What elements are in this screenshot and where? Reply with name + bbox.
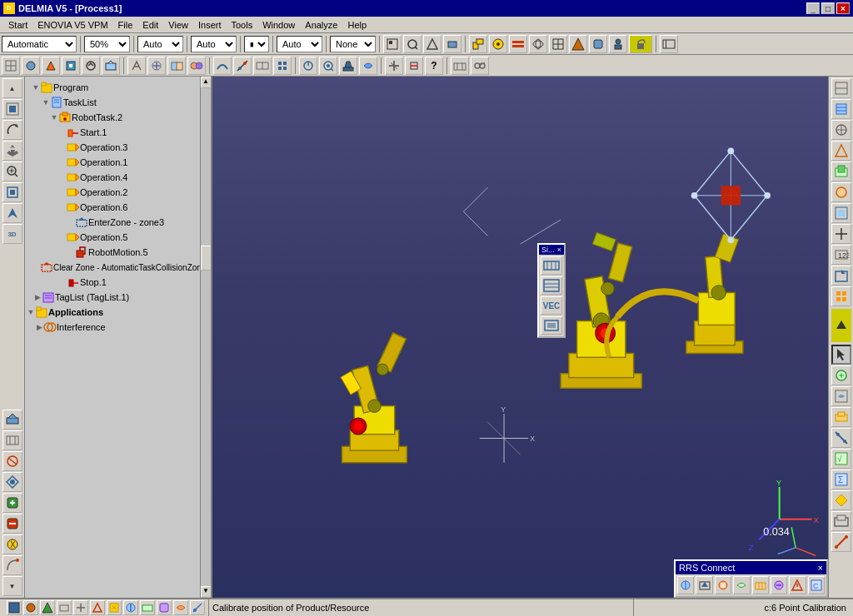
tb2-19[interactable] [385, 57, 403, 75]
tb2-17[interactable] [339, 57, 357, 75]
lt-fit[interactable] [2, 182, 22, 202]
tb2-5[interactable] [82, 57, 100, 75]
rt-5[interactable] [831, 161, 851, 181]
tb2-7[interactable] [127, 57, 146, 75]
status-icon-7[interactable] [107, 600, 122, 615]
menu-view[interactable]: View [163, 19, 193, 31]
tree-item-taglist[interactable]: ▶ TagList (TagList.1) [25, 290, 211, 305]
rrs-icon-1[interactable] [677, 576, 694, 594]
rt-19[interactable] [831, 511, 851, 531]
tb2-2[interactable] [22, 57, 40, 75]
tb-lock-btn[interactable] [629, 35, 652, 53]
lt-scroll-up[interactable]: ▲ [2, 78, 22, 98]
tb2-12[interactable] [233, 57, 252, 75]
tree-item-tasklist[interactable]: ▼ TaskList [25, 95, 211, 110]
minimize-btn[interactable]: _ [806, 2, 820, 14]
tb2-16[interactable] [319, 57, 337, 75]
lt-scroll-down[interactable]: ▼ [2, 576, 22, 596]
auto-select1[interactable]: Auto [137, 36, 183, 52]
tree-item-interference[interactable]: ▶ Interference [25, 320, 211, 335]
lt-lower-8[interactable] [2, 555, 22, 575]
tree-item-op3[interactable]: Operation.3 [25, 140, 211, 155]
rt-4[interactable] [831, 141, 851, 161]
lt-lower-5[interactable] [2, 493, 22, 513]
tb-icon-2[interactable] [403, 35, 422, 53]
rt-cursor[interactable] [831, 345, 851, 365]
tb2-6[interactable] [102, 57, 120, 75]
menu-window[interactable]: Window [257, 19, 300, 31]
status-icon-3[interactable] [40, 600, 55, 615]
dlg-btn-1[interactable] [541, 256, 562, 275]
rt-7[interactable] [831, 203, 851, 223]
status-icon-5[interactable] [73, 600, 88, 615]
expand-tasklist[interactable]: ▼ [42, 98, 50, 107]
lt-pan[interactable] [2, 141, 22, 161]
rt-8[interactable] [831, 224, 851, 244]
menu-analyze[interactable]: Analyze [300, 19, 342, 31]
status-icon-8[interactable] [123, 600, 138, 615]
tb2-8[interactable] [147, 57, 166, 75]
menu-enovia[interactable]: ENOVIA V5 VPM [32, 19, 112, 31]
dlg-btn-2[interactable] [541, 276, 562, 295]
tb2-21[interactable] [451, 57, 469, 75]
rt-11[interactable] [831, 286, 851, 306]
tb-icon-3[interactable] [423, 35, 441, 53]
lt-rotate[interactable] [2, 120, 22, 140]
rt-9[interactable]: 123 [831, 245, 851, 265]
tb2-3[interactable] [42, 57, 60, 75]
rrs-icon-8[interactable]: C [808, 576, 825, 594]
tree-item-stop1[interactable]: Stop.1 [25, 275, 211, 290]
tb2-14[interactable] [273, 57, 292, 75]
float-dialog-close[interactable]: × [557, 246, 561, 254]
lt-zoom[interactable] [2, 161, 22, 181]
tb-robot-icon-7[interactable] [589, 35, 607, 53]
tb-robot-icon-5[interactable] [549, 35, 567, 53]
lt-lower-7[interactable]: X [2, 534, 22, 554]
tb-robot-icon-3[interactable] [509, 35, 527, 53]
lt-3d[interactable]: 3D [2, 224, 22, 244]
vscroll-thumb[interactable] [201, 246, 212, 271]
status-icon-9[interactable] [140, 600, 155, 615]
status-icon-1[interactable] [7, 600, 22, 615]
tb2-question[interactable]: ? [425, 57, 443, 75]
rt-18[interactable] [831, 490, 851, 510]
tree-item-applications[interactable]: ▼ Applications [25, 305, 211, 320]
lt-lower-1[interactable] [2, 410, 22, 430]
status-icon-11[interactable] [173, 600, 188, 615]
rrs-icon-7[interactable] [789, 576, 806, 594]
rrs-icon-4[interactable] [733, 576, 750, 594]
rt-17[interactable]: Σ [831, 469, 851, 489]
tree-item-op4[interactable]: Operation.4 [25, 170, 211, 185]
tb-robot-icon-6[interactable] [569, 35, 587, 53]
tb2-13[interactable] [253, 57, 272, 75]
menu-help[interactable]: Help [342, 19, 372, 31]
status-icon-12[interactable] [190, 600, 205, 615]
shape-select[interactable]: ■ [244, 36, 269, 52]
tb2-9[interactable] [167, 57, 186, 75]
expand-taglist[interactable]: ▶ [33, 293, 42, 301]
tree-item-enterzone[interactable]: EnterZone - zone3 [25, 215, 211, 230]
tb-robot-icon-8[interactable] [609, 35, 627, 53]
tb-robot-icon-1[interactable] [469, 35, 487, 53]
tree-item-clearzone[interactable]: Clear Zone - AutomaticTaskCollisionZone2 [25, 260, 211, 275]
rrs-icon-5[interactable] [752, 576, 769, 594]
maximize-btn[interactable]: □ [821, 2, 835, 14]
menu-file[interactable]: File [113, 19, 138, 31]
status-icon-4[interactable] [57, 600, 72, 615]
tb-icon-1[interactable] [383, 35, 402, 53]
rrs-close-btn[interactable]: × [818, 563, 823, 573]
menu-tools[interactable]: Tools [226, 19, 257, 31]
rt-14[interactable] [831, 407, 851, 427]
expand-robottask2[interactable]: ▼ [50, 113, 58, 122]
vscroll-down[interactable]: ▼ [201, 586, 212, 598]
tree-item-op2[interactable]: Operation.2 [25, 185, 211, 200]
rt-3[interactable] [831, 120, 851, 140]
tb2-20[interactable] [405, 57, 423, 75]
dlg-btn-3[interactable]: VEC [541, 296, 562, 315]
tb2-10[interactable] [187, 57, 206, 75]
tree-item-program[interactable]: ▼ Program [25, 80, 211, 95]
status-icon-2[interactable] [23, 600, 38, 615]
tb-robot-icon-2[interactable] [489, 35, 507, 53]
lt-select[interactable] [2, 99, 22, 119]
lt-lower-2[interactable] [2, 430, 22, 450]
